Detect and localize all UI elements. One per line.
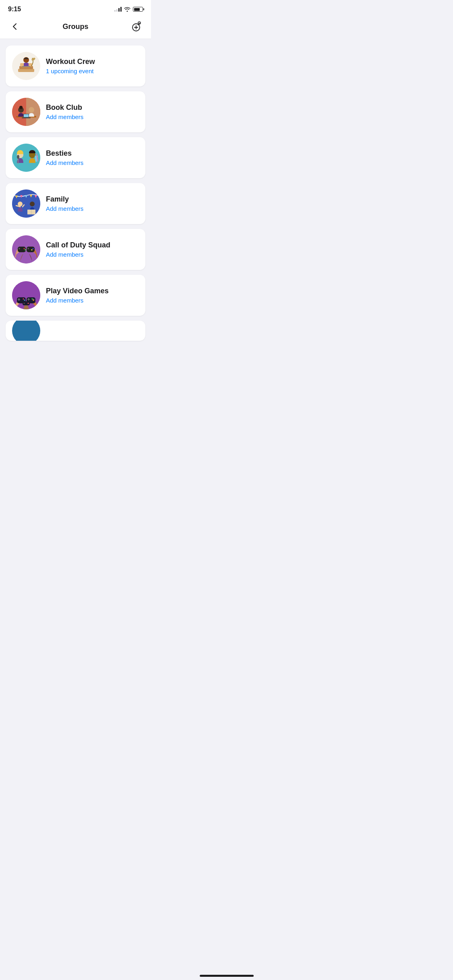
group-name-book-club: Book Club — [46, 103, 139, 112]
svg-point-57 — [33, 300, 34, 301]
group-info-pvg: Play Video Games Add members — [46, 287, 139, 304]
group-name-cod: Call of Duty Squad — [46, 241, 139, 249]
group-sub-besties[interactable]: Add members — [46, 159, 139, 166]
new-group-icon — [131, 21, 142, 32]
group-card-cod[interactable]: Call of Duty Squad Add members — [6, 229, 145, 270]
svg-point-60 — [28, 303, 29, 304]
group-avatar-partial — [12, 321, 40, 341]
svg-point-30 — [18, 202, 23, 206]
groups-list: Workout Crew 1 upcoming event — [0, 39, 151, 347]
new-group-button[interactable] — [130, 20, 143, 33]
group-info-besties: Besties Add members — [46, 149, 139, 166]
svg-point-13 — [19, 106, 23, 109]
group-name-pvg: Play Video Games — [46, 287, 139, 295]
svg-point-38 — [19, 248, 20, 249]
svg-point-40 — [25, 249, 26, 251]
group-info-family: Family Add members — [46, 195, 139, 212]
svg-point-43 — [33, 248, 34, 249]
group-avatar-family — [12, 189, 40, 218]
svg-point-39 — [24, 248, 25, 249]
svg-rect-41 — [27, 247, 35, 252]
group-card-workout-crew[interactable]: Workout Crew 1 upcoming event — [6, 45, 145, 86]
svg-point-36 — [12, 235, 40, 264]
svg-point-24 — [12, 189, 40, 218]
status-icons — [114, 7, 143, 12]
group-avatar-besties — [12, 144, 40, 172]
group-sub-cod[interactable]: Add members — [46, 251, 139, 258]
svg-point-42 — [27, 248, 29, 249]
svg-point-59 — [24, 303, 25, 304]
group-name-workout-crew: Workout Crew — [46, 58, 139, 66]
page-title: Groups — [62, 23, 88, 31]
group-avatar-book-club — [12, 98, 40, 126]
page-header: Groups — [0, 15, 151, 39]
svg-rect-16 — [24, 114, 29, 117]
group-card-besties[interactable]: Besties Add members — [6, 137, 145, 178]
group-sub-workout-crew[interactable]: 1 upcoming event — [46, 68, 139, 74]
svg-rect-55 — [28, 298, 29, 301]
back-button[interactable] — [8, 20, 21, 33]
svg-point-50 — [23, 299, 24, 300]
group-card-book-club[interactable]: Book Club Add members — [6, 91, 145, 132]
status-bar: 9:15 — [0, 0, 151, 15]
group-info-cod: Call of Duty Squad Add members — [46, 241, 139, 258]
group-avatar-cod — [12, 235, 40, 264]
group-name-besties: Besties — [46, 149, 139, 158]
signal-icon — [114, 7, 122, 12]
group-avatar-workout-crew — [12, 52, 40, 80]
svg-point-33 — [30, 202, 35, 206]
group-sub-pvg[interactable]: Add members — [46, 297, 139, 304]
group-info-workout-crew: Workout Crew 1 upcoming event — [46, 58, 139, 74]
svg-rect-37 — [18, 247, 26, 252]
svg-rect-7 — [22, 66, 30, 67]
group-card-pvg[interactable]: Play Video Games Add members — [6, 275, 145, 316]
svg-point-51 — [24, 300, 25, 301]
status-time: 9:15 — [8, 6, 21, 13]
battery-icon — [133, 7, 143, 12]
svg-rect-49 — [19, 298, 19, 301]
group-info-book-club: Book Club Add members — [46, 103, 139, 120]
svg-point-44 — [31, 249, 33, 251]
wifi-icon — [124, 7, 130, 12]
svg-point-4 — [31, 57, 36, 61]
group-sub-family[interactable]: Add members — [46, 205, 139, 212]
back-arrow-icon — [12, 23, 17, 30]
svg-rect-1 — [18, 69, 34, 72]
group-sub-book-club[interactable]: Add members — [46, 113, 139, 120]
svg-point-14 — [29, 107, 34, 113]
svg-point-56 — [32, 299, 33, 300]
group-card-family[interactable]: Family Add members — [6, 183, 145, 224]
group-card-partial[interactable] — [6, 321, 145, 341]
svg-point-21 — [17, 155, 19, 159]
group-avatar-pvg — [12, 281, 40, 309]
svg-rect-17 — [22, 117, 31, 118]
group-name-family: Family — [46, 195, 139, 204]
